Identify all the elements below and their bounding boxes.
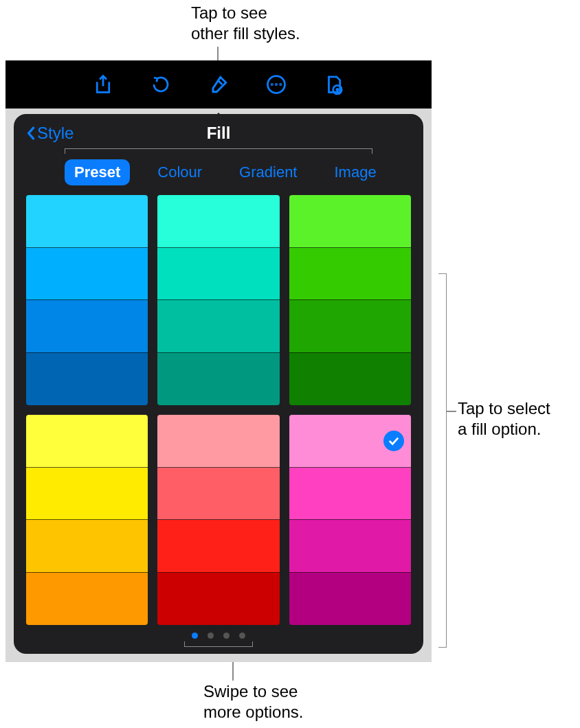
check-icon [383, 431, 404, 451]
fill-popover: Style Fill PresetColourGradientImage [14, 114, 423, 654]
swatch-green-1[interactable] [289, 248, 411, 301]
app-toolbar [5, 60, 432, 109]
swatch-teal-3[interactable] [157, 353, 279, 406]
svg-point-2 [276, 84, 276, 84]
leader-right [447, 411, 456, 412]
back-button[interactable]: Style [26, 124, 74, 143]
swatch-red-1[interactable] [157, 468, 279, 521]
tab-image[interactable]: Image [324, 159, 386, 185]
back-label: Style [37, 124, 74, 143]
swatch-blue-3[interactable] [26, 353, 148, 406]
svg-point-1 [271, 84, 272, 84]
share-icon[interactable] [91, 73, 115, 96]
tabs-bracket [65, 148, 372, 154]
callout-bottom: Swipe to see more options. [203, 681, 303, 723]
callout-right: Tap to select a fill option. [458, 398, 550, 440]
swatch-yellow-2[interactable] [26, 520, 148, 573]
dots-bracket [184, 641, 253, 647]
swatch-red-0[interactable] [157, 415, 279, 468]
swatch-block-blue [26, 195, 148, 405]
swatch-green-0[interactable] [289, 195, 411, 248]
swatch-red-3[interactable] [157, 573, 279, 626]
fill-style-tabs: PresetColourGradientImage [26, 152, 411, 192]
swatch-block-yellow [26, 415, 148, 625]
swatch-teal-0[interactable] [157, 195, 279, 248]
swatch-green-2[interactable] [289, 300, 411, 353]
tab-gradient[interactable]: Gradient [230, 159, 306, 185]
page-indicator[interactable] [26, 625, 411, 646]
svg-point-5 [336, 88, 339, 91]
tab-colour[interactable]: Colour [148, 159, 212, 185]
grid-bracket [438, 273, 447, 648]
swatch-block-green [289, 195, 411, 405]
swatch-teal-1[interactable] [157, 248, 279, 301]
popover-header: Style Fill [26, 114, 411, 152]
swatch-block-teal [157, 195, 279, 405]
page-dot-2[interactable] [223, 633, 230, 639]
swatch-teal-2[interactable] [157, 300, 279, 353]
page-dot-0[interactable] [192, 633, 198, 639]
swatch-grid [26, 195, 411, 625]
swatch-red-2[interactable] [157, 520, 279, 573]
popover-title: Fill [207, 124, 231, 143]
callout-top: Tap to see other fill styles. [191, 3, 300, 44]
swatch-magenta-1[interactable] [289, 468, 411, 521]
swatch-yellow-0[interactable] [26, 415, 148, 468]
page-dot-1[interactable] [208, 633, 214, 639]
swatch-green-3[interactable] [289, 353, 411, 406]
swatch-blue-2[interactable] [26, 300, 148, 353]
page-dot-3[interactable] [239, 633, 245, 639]
swatch-magenta-2[interactable] [289, 520, 411, 573]
swatch-block-red [157, 415, 279, 625]
swatch-yellow-1[interactable] [26, 468, 148, 521]
paintbrush-icon[interactable] [207, 73, 230, 96]
app-window: Style Fill PresetColourGradientImage [5, 60, 432, 662]
swatch-blue-0[interactable] [26, 195, 148, 248]
svg-point-3 [280, 84, 281, 84]
swatch-block-magenta [289, 415, 411, 625]
swatch-blue-1[interactable] [26, 248, 148, 301]
tab-preset[interactable]: Preset [65, 159, 130, 185]
swatch-magenta-0[interactable] [289, 415, 411, 468]
document-icon[interactable] [322, 73, 346, 96]
more-icon[interactable] [265, 73, 288, 96]
swatch-yellow-3[interactable] [26, 573, 148, 626]
undo-icon[interactable] [149, 73, 172, 96]
swatch-magenta-3[interactable] [289, 573, 411, 626]
